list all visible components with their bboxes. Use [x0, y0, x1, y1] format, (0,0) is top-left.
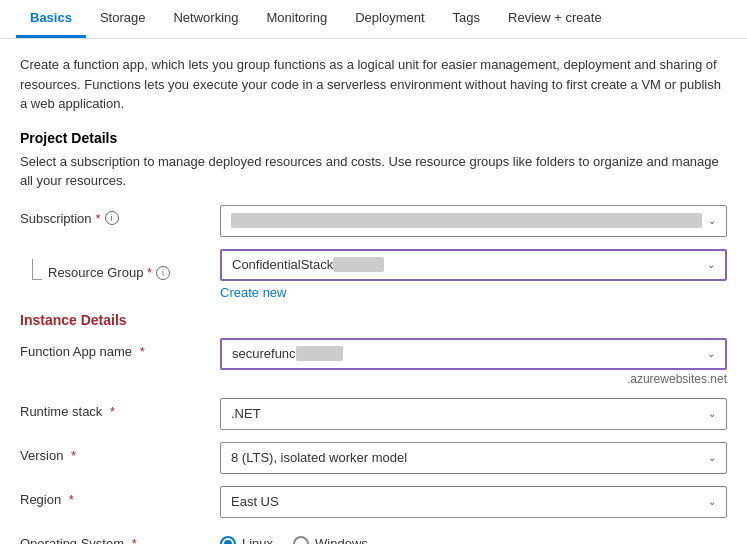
os-control: Linux Windows — [220, 530, 727, 545]
instance-details-section: Instance Details Function App name * sec… — [20, 312, 727, 545]
function-app-name-dropdown[interactable]: securefunc ⌄ — [220, 338, 727, 370]
region-required: * — [65, 492, 74, 507]
instance-details-title: Instance Details — [20, 312, 727, 328]
function-app-name-label: Function App name * — [20, 338, 220, 359]
version-control: 8 (LTS), isolated worker model ⌄ — [220, 442, 727, 474]
os-windows-radio[interactable] — [293, 536, 309, 545]
resource-group-required: * — [143, 265, 152, 280]
tab-monitoring[interactable]: Monitoring — [253, 0, 342, 38]
tab-tags[interactable]: Tags — [439, 0, 494, 38]
runtime-stack-required: * — [106, 404, 115, 419]
tab-review-create[interactable]: Review + create — [494, 0, 616, 38]
subscription-control: ⌄ — [220, 205, 727, 237]
region-chevron-icon: ⌄ — [708, 496, 716, 507]
resource-group-info-icon[interactable]: i — [156, 266, 170, 280]
region-row: Region * East US ⌄ — [20, 486, 727, 518]
project-details-section: Project Details Select a subscription to… — [20, 130, 727, 300]
region-dropdown[interactable]: East US ⌄ — [220, 486, 727, 518]
os-linux-radio[interactable] — [220, 536, 236, 545]
resource-group-control: ConfidentialStack ⌄ Create new — [220, 249, 727, 300]
runtime-stack-label: Runtime stack * — [20, 398, 220, 419]
create-new-link[interactable]: Create new — [220, 285, 286, 300]
subscription-dropdown[interactable]: ⌄ — [220, 205, 727, 237]
function-app-name-control: securefunc ⌄ .azurewebsites.net — [220, 338, 727, 386]
os-linux-label: Linux — [242, 536, 273, 544]
function-app-name-chevron-icon: ⌄ — [707, 348, 715, 359]
os-required: * — [128, 536, 137, 545]
version-label: Version * — [20, 442, 220, 463]
subscription-required: * — [96, 211, 101, 226]
version-required: * — [67, 448, 76, 463]
version-value: 8 (LTS), isolated worker model — [231, 450, 702, 465]
azure-suffix: .azurewebsites.net — [220, 372, 727, 386]
subscription-label: Subscription * i — [20, 205, 220, 226]
runtime-stack-dropdown[interactable]: .NET ⌄ — [220, 398, 727, 430]
tab-deployment[interactable]: Deployment — [341, 0, 438, 38]
subscription-value — [231, 213, 702, 228]
function-app-name-required: * — [136, 344, 145, 359]
os-windows-label: Windows — [315, 536, 368, 544]
version-chevron-icon: ⌄ — [708, 452, 716, 463]
subscription-row: Subscription * i ⌄ — [20, 205, 727, 237]
resource-group-value: ConfidentialStack — [232, 257, 701, 272]
function-app-name-value: securefunc — [232, 346, 701, 361]
project-details-title: Project Details — [20, 130, 727, 146]
project-details-desc: Select a subscription to manage deployed… — [20, 152, 727, 191]
tab-basics[interactable]: Basics — [16, 0, 86, 38]
version-dropdown[interactable]: 8 (LTS), isolated worker model ⌄ — [220, 442, 727, 474]
subscription-chevron-icon: ⌄ — [708, 215, 716, 226]
os-row: Operating System * Linux Windows — [20, 530, 727, 545]
tabs-nav: Basics Storage Networking Monitoring Dep… — [0, 0, 747, 39]
tab-networking[interactable]: Networking — [159, 0, 252, 38]
resource-group-chevron-icon: ⌄ — [707, 259, 715, 270]
region-value: East US — [231, 494, 702, 509]
runtime-stack-row: Runtime stack * .NET ⌄ — [20, 398, 727, 430]
os-windows-option[interactable]: Windows — [293, 536, 368, 545]
runtime-stack-control: .NET ⌄ — [220, 398, 727, 430]
subscription-info-icon[interactable]: i — [105, 211, 119, 225]
resource-group-label: Resource Group * i — [20, 249, 220, 280]
region-label: Region * — [20, 486, 220, 507]
runtime-stack-chevron-icon: ⌄ — [708, 408, 716, 419]
os-label: Operating System * — [20, 530, 220, 545]
os-radio-group: Linux Windows — [220, 530, 727, 545]
resource-group-dropdown[interactable]: ConfidentialStack ⌄ — [220, 249, 727, 281]
resource-group-row: Resource Group * i ConfidentialStack ⌄ C… — [20, 249, 727, 300]
function-app-name-row: Function App name * securefunc ⌄ .azurew… — [20, 338, 727, 386]
version-row: Version * 8 (LTS), isolated worker model… — [20, 442, 727, 474]
os-linux-option[interactable]: Linux — [220, 536, 273, 545]
region-control: East US ⌄ — [220, 486, 727, 518]
runtime-stack-value: .NET — [231, 406, 702, 421]
page-description: Create a function app, which lets you gr… — [20, 55, 727, 114]
tab-storage[interactable]: Storage — [86, 0, 160, 38]
